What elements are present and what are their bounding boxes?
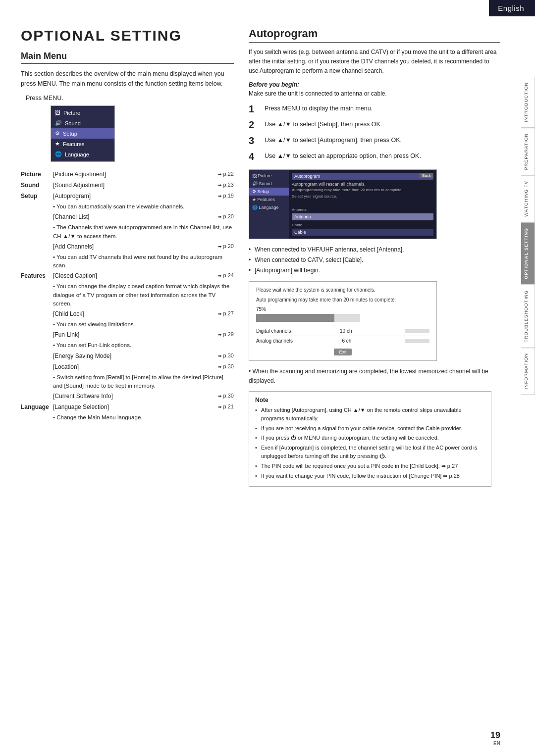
features-row: Features [Closed Caption] ➡ p.24 bbox=[21, 271, 234, 280]
analog-label: Analog channels bbox=[256, 338, 293, 344]
exit-button-area: Exit bbox=[256, 349, 429, 355]
current-software-page: ➡ p.30 bbox=[207, 392, 234, 401]
child-lock-desc: • You can set viewing limitations. bbox=[53, 320, 234, 329]
scanning-result: • When the scanning and memorizing are c… bbox=[249, 367, 500, 386]
step-4-num: 4 bbox=[249, 151, 260, 162]
fun-link-row: [Fun-Link] ➡ p.29 bbox=[53, 330, 234, 339]
step-1-text: Press MENU to display the main menu. bbox=[265, 103, 500, 115]
step-2-text: Use ▲/▼ to select [Setup], then press OK… bbox=[265, 119, 500, 131]
setup-auto-desc: • You can automatically scan the viewabl… bbox=[53, 202, 234, 211]
progress-bar-fill bbox=[256, 314, 334, 322]
energy-saving-page: ➡ p.30 bbox=[207, 352, 234, 360]
note-item-5: The PIN code will be required once you s… bbox=[255, 462, 485, 471]
main-content: OPTIONAL SETTING Main Menu This section … bbox=[0, 0, 535, 502]
before-begin-text: Make sure the unit is connected to anten… bbox=[249, 90, 500, 97]
main-menu-heading: Main Menu bbox=[21, 51, 234, 64]
steps-list: 1 Press MENU to display the main menu. 2… bbox=[249, 103, 500, 162]
ap-signal-label: Select your signal source. bbox=[292, 194, 433, 199]
closed-caption-item: [Closed Caption] bbox=[53, 271, 207, 280]
press-menu-label: Press MENU. bbox=[26, 95, 234, 101]
tab-information[interactable]: INFORMATION bbox=[521, 348, 535, 395]
current-software-item: [Current Software Info] bbox=[53, 392, 207, 401]
ap-back-button[interactable]: Back bbox=[420, 173, 433, 178]
ap-bullet-1: When connected to VHF/UHF antenna, selec… bbox=[249, 245, 500, 254]
ap-title: Autoprogram bbox=[292, 173, 433, 180]
digital-channels-row: Digital channels 10 ch bbox=[256, 326, 429, 336]
sound-row: Sound [Sound Adjustment] ➡ p.23 bbox=[21, 181, 234, 190]
progress-screen-mockup: Please wait while the system is scanning… bbox=[249, 281, 437, 361]
tab-watching-tv[interactable]: WATCHING TV bbox=[521, 175, 535, 222]
setup-page: ➡ p.19 bbox=[207, 192, 234, 201]
tab-troubleshooting[interactable]: TROUBLESHOOTING bbox=[521, 285, 535, 348]
ap-language: 🌐 Language bbox=[249, 203, 289, 211]
note-item-2: If you are not receiving a signal from y… bbox=[255, 424, 485, 433]
page-number: 19 bbox=[490, 730, 500, 741]
step-3-num: 3 bbox=[249, 135, 260, 147]
language-desc: • Change the Main Menu language. bbox=[53, 413, 234, 422]
add-channels-row: [Add Channels] ➡ p.20 bbox=[53, 242, 234, 251]
channel-list-page: ➡ p.20 bbox=[207, 212, 234, 221]
energy-saving-item: [Energy Saving Mode] bbox=[53, 352, 207, 360]
sound-label: Sound bbox=[21, 181, 53, 190]
menu-sound-item: 🔊 Sound bbox=[51, 118, 114, 128]
autoprogram-heading: Autoprogram bbox=[249, 27, 500, 43]
tab-optional-setting[interactable]: OPTIONAL SETTING bbox=[521, 222, 535, 285]
digital-bar bbox=[405, 329, 429, 333]
left-column: OPTIONAL SETTING Main Menu This section … bbox=[21, 27, 234, 487]
ap-sound: 🔊 Sound bbox=[249, 180, 289, 188]
sound-page: ➡ p.23 bbox=[207, 181, 234, 190]
add-channels-desc: • You can add TV channels that were not … bbox=[53, 253, 234, 270]
language-tab: English bbox=[489, 0, 535, 16]
add-channels-item: [Add Channels] bbox=[53, 242, 207, 251]
closed-caption-desc: • You can change the display closed capt… bbox=[53, 282, 234, 308]
sound-icon: 🔊 bbox=[55, 120, 62, 126]
ap-bullets: When connected to VHF/UHF antenna, selec… bbox=[249, 245, 500, 276]
exit-button[interactable]: Exit bbox=[334, 349, 351, 355]
note-item-1: After setting [Autoprogram], using CH ▲/… bbox=[255, 406, 485, 423]
autoprogram-intro: If you switch wires (e.g. between antenn… bbox=[249, 48, 500, 76]
ap-cable-option[interactable]: Cable bbox=[292, 229, 433, 236]
ap-features: ★ Features bbox=[249, 196, 289, 203]
language-icon: 🌐 bbox=[55, 151, 62, 157]
picture-row: Picture [Picture Adjustment] ➡ p.22 bbox=[21, 170, 234, 179]
scanning-text: Please wait while the system is scanning… bbox=[256, 287, 429, 294]
page-en: EN bbox=[490, 741, 500, 746]
step-3: 3 Use ▲/▼ to select [Autoprogram], then … bbox=[249, 135, 500, 147]
step-1-num: 1 bbox=[249, 103, 260, 115]
analog-count: 6 ch bbox=[342, 338, 352, 344]
fun-link-desc: • You can set Fun-Link options. bbox=[53, 341, 234, 350]
ap-setup: ⚙ Setup bbox=[249, 188, 289, 196]
setup-row: Setup [Autoprogram] ➡ p.19 bbox=[21, 192, 234, 201]
step-4-text: Use ▲/▼ to select an appropriate option,… bbox=[265, 151, 500, 162]
ap-desc: Autoprogram will rescan all channels. bbox=[292, 182, 433, 187]
side-tabs: INTRODUCTION PREPARATION WATCHING TV OPT… bbox=[521, 77, 535, 395]
menu-language-item: 🌐 Language bbox=[51, 149, 114, 159]
note-box: Note After setting [Autoprogram], using … bbox=[249, 391, 491, 487]
features-icon: ★ bbox=[55, 141, 60, 147]
closed-caption-page: ➡ p.24 bbox=[207, 271, 234, 280]
ap-bullet-3: [Autoprogram] will begin. bbox=[249, 266, 500, 275]
tab-introduction[interactable]: INTRODUCTION bbox=[521, 77, 535, 128]
language-selection-item: [Language Selection] bbox=[53, 403, 207, 411]
setup-label: Setup bbox=[21, 192, 53, 201]
tab-preparation[interactable]: PREPARATION bbox=[521, 128, 535, 175]
progress-bar-container bbox=[256, 314, 360, 322]
digital-label: Digital channels bbox=[256, 328, 291, 334]
location-page: ➡ p.30 bbox=[207, 362, 234, 371]
ap-antenna-option[interactable]: Antenna bbox=[292, 213, 433, 220]
step-4: 4 Use ▲/▼ to select an appropriate optio… bbox=[249, 151, 500, 162]
analog-channels-row: Analog channels 6 ch bbox=[256, 336, 429, 346]
step-2-num: 2 bbox=[249, 119, 260, 131]
note-item-4: Even if [Autoprogram] is completed, the … bbox=[255, 444, 485, 461]
note-item-3: If you press ⏻ or MENU during autoprogra… bbox=[255, 434, 485, 443]
progress-note: Auto programming may take more than 20 m… bbox=[256, 297, 429, 303]
current-software-row: [Current Software Info] ➡ p.30 bbox=[53, 392, 234, 401]
location-desc: • Switch setting from [Retail] to [Home]… bbox=[53, 373, 234, 391]
ap-antenna-label-top: Antenna bbox=[292, 207, 433, 212]
features-label: Features bbox=[21, 271, 53, 280]
fun-link-page: ➡ p.29 bbox=[207, 330, 234, 339]
ap-content: Autoprogram Back Autoprogram will rescan… bbox=[289, 170, 436, 239]
autoprogram-screen-mockup: 🖼 Picture 🔊 Sound ⚙ Setup ★ Features 🌐 L… bbox=[249, 169, 437, 239]
add-channels-page: ➡ p.20 bbox=[207, 242, 234, 251]
ap-cable-label-top: Cable bbox=[292, 223, 433, 227]
